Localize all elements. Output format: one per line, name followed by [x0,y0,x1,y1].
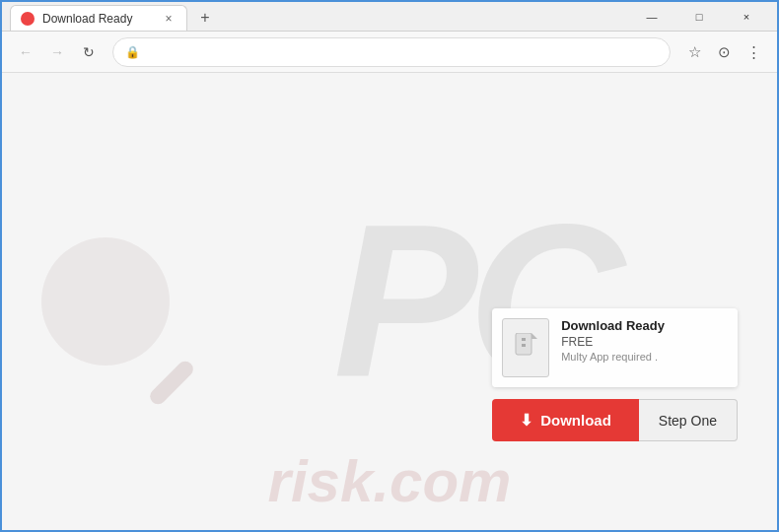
browser-toolbar: ← → ↻ 🔒 ☆ ⊙ ⋮ [2,32,777,73]
window-controls: — □ × [629,2,769,32]
security-lock-icon: 🔒 [125,45,140,59]
close-button[interactable]: × [724,2,769,32]
card-sub-label: Multy App required . [561,351,665,363]
zip-file-icon [514,333,537,363]
page-watermark: PC risk.com [2,73,777,530]
download-arrow-icon: ⬇ [520,411,532,430]
page-content: PC risk.com Download Ready FREE [2,73,777,530]
account-button[interactable]: ⊙ [710,38,738,66]
svg-rect-2 [522,338,526,341]
svg-marker-1 [531,333,537,339]
magnifier-handle [147,358,196,407]
step-one-button[interactable]: Step One [639,399,738,441]
account-icon: ⊙ [718,43,731,61]
toolbar-right: ☆ ⊙ ⋮ [680,38,767,66]
card-info-panel: Download Ready FREE Multy App required . [492,308,738,387]
card-file-icon [502,318,549,377]
minimize-button[interactable]: — [629,2,674,32]
card-text-info: Download Ready FREE Multy App required . [561,318,665,363]
magnifier-circle [41,237,170,366]
tab-close-button[interactable]: × [161,11,177,27]
bookmark-star-button[interactable]: ☆ [680,38,708,66]
tab-bar: Download Ready × + [10,2,629,31]
back-button[interactable]: ← [12,38,39,66]
tab-favicon [21,12,35,26]
risk-watermark-text: risk.com [268,447,512,515]
menu-icon: ⋮ [746,43,761,61]
active-tab[interactable]: Download Ready × [10,5,187,31]
download-button-label: Download [540,412,611,429]
step-one-label: Step One [659,413,717,429]
menu-button[interactable]: ⋮ [740,38,767,66]
tab-title: Download Ready [42,12,153,26]
refresh-button[interactable]: ↻ [75,38,103,66]
card-title-label: Download Ready [561,318,665,333]
maximize-button[interactable]: □ [676,2,722,32]
address-bar[interactable]: 🔒 [112,37,671,67]
download-button[interactable]: ⬇ Download [492,399,639,441]
titlebar: Download Ready × + — □ × [2,2,777,32]
forward-button[interactable]: → [43,38,71,66]
card-buttons: ⬇ Download Step One [492,399,738,441]
new-tab-button[interactable]: + [191,5,219,31]
magnifier-watermark [41,237,170,366]
browser-window: Download Ready × + — □ × ← [0,0,779,532]
card-free-label: FREE [561,335,665,349]
svg-rect-3 [522,344,526,347]
download-card: Download Ready FREE Multy App required .… [492,308,738,441]
watermark-inner: PC risk.com [2,73,777,530]
star-icon: ☆ [688,43,701,61]
